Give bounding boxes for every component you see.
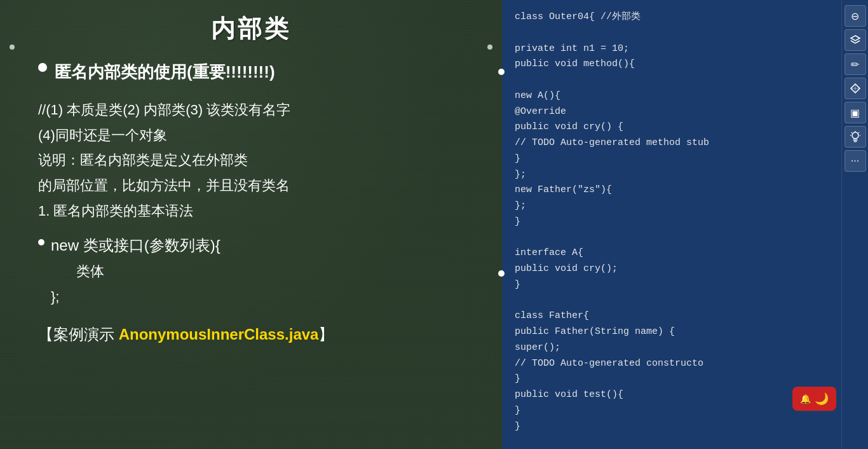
right-panel: class Outer04{ //外部类 private int n1 = 10…	[502, 0, 868, 449]
toolbar-btn-minus[interactable]: ⊖	[844, 5, 866, 27]
bullet-main-text: 匿名内部类的使用(重要!!!!!!!!)	[55, 58, 275, 86]
notification-area: 🔔 🌙	[792, 387, 836, 411]
example-block: new 类或接口(参数列表){ 类体 };	[38, 233, 477, 309]
toolbar-btn-more[interactable]: ···	[844, 150, 866, 172]
syntax-end: };	[38, 284, 477, 310]
description-block: //(1) 本质是类(2) 内部类(3) 该类没有名字 (4)同时还是一个对象 …	[38, 97, 477, 223]
syntax-body: 类体	[38, 259, 477, 284]
code-area: class Outer04{ //外部类 private int n1 = 10…	[502, 0, 841, 449]
svg-rect-3	[854, 141, 857, 142]
notif-icon: 🔔	[800, 394, 811, 404]
svg-marker-0	[851, 36, 860, 41]
case-line: 【案例演示 AnonymousInnerClass.java】	[38, 322, 477, 348]
corner-dot-tl	[10, 45, 15, 50]
toolbar-btn-lightbulb[interactable]	[844, 126, 866, 148]
left-panel: 内部类 匿名内部类的使用(重要!!!!!!!!) //(1) 本质是类(2) 内…	[0, 0, 502, 449]
desc-line-5: 1. 匿名内部类的基本语法	[38, 198, 477, 224]
desc-line-4: 的局部位置，比如方法中，并且没有类名	[38, 173, 477, 198]
svg-line-7	[851, 132, 852, 133]
indicator-dot-2	[498, 270, 505, 277]
svg-line-5	[858, 132, 859, 133]
toolbar: ⊖ ✏ ▣	[841, 0, 868, 449]
toolbar-btn-layers[interactable]	[844, 29, 866, 51]
svg-point-1	[852, 132, 858, 139]
content-area: 匿名内部类的使用(重要!!!!!!!!) //(1) 本质是类(2) 内部类(3…	[25, 58, 477, 348]
case-prefix: 【案例演示	[38, 326, 119, 343]
case-suffix: 】	[318, 326, 334, 343]
desc-line-3: 说明：匿名内部类是定义在外部类	[38, 148, 477, 173]
desc-line-1: //(1) 本质是类(2) 内部类(3) 该类没有名字	[38, 97, 477, 123]
syntax-bullet-text: new 类或接口(参数列表){	[51, 233, 220, 259]
page-title: 内部类	[211, 15, 291, 42]
code-block: class Outer04{ //外部类 private int n1 = 10…	[515, 10, 832, 434]
toolbar-btn-edit[interactable]: ✏	[844, 53, 866, 75]
indicator-dot-1	[498, 69, 505, 75]
syntax-bullet-line: new 类或接口(参数列表){	[38, 233, 477, 259]
bullet-dot-small	[38, 239, 44, 245]
title-area: 内部类	[211, 13, 291, 45]
toolbar-btn-fill[interactable]	[844, 78, 866, 99]
corner-dot-tr	[487, 45, 492, 50]
notif-moon: 🌙	[815, 392, 829, 406]
toolbar-btn-frame[interactable]: ▣	[844, 102, 866, 123]
bullet-main: 匿名内部类的使用(重要!!!!!!!!)	[38, 58, 477, 86]
case-link: AnonymousInnerClass.java	[119, 326, 319, 343]
desc-line-2: (4)同时还是一个对象	[38, 123, 477, 148]
bullet-dot-main	[38, 63, 47, 72]
svg-rect-2	[853, 139, 857, 141]
